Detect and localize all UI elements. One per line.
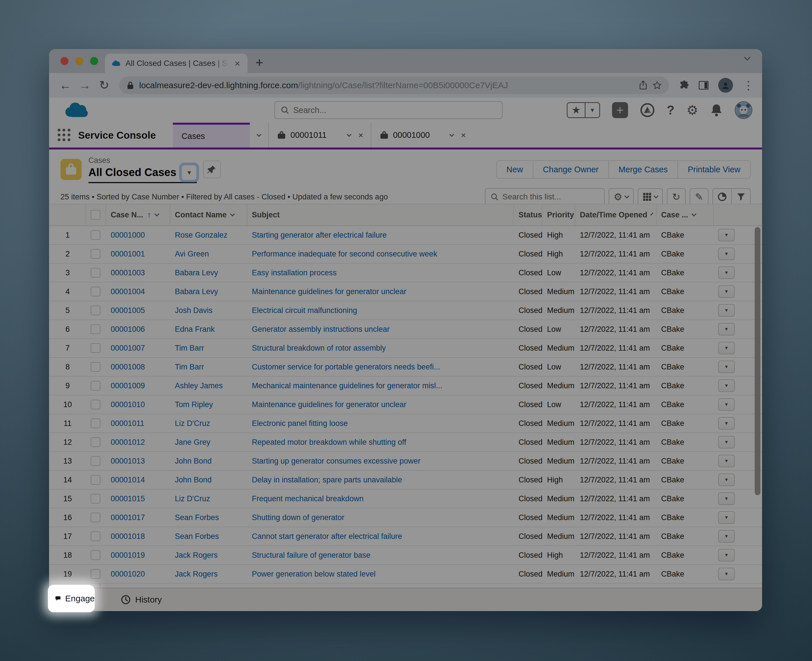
utility-engage-button[interactable]: Engage [48,585,95,612]
speech-bubble-icon [55,594,61,603]
desktop: All Closed Cases | Cases | Sale × + ← → … [0,0,812,661]
utility-engage-label: Engage [65,594,95,604]
spotlight-dim-overlay [0,0,812,661]
